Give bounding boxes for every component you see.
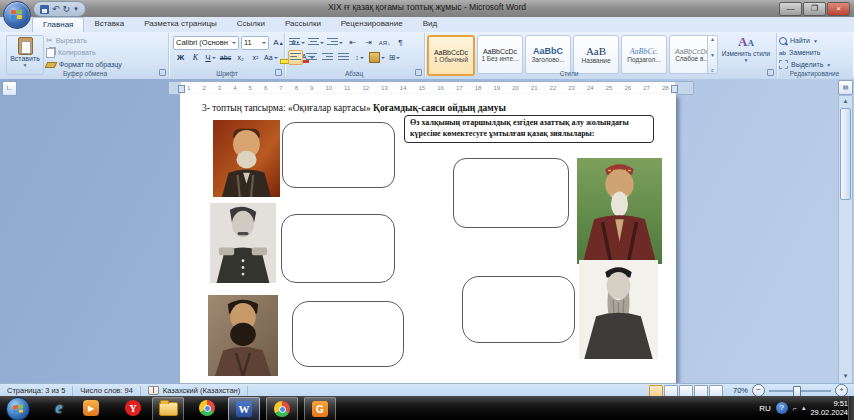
increase-indent-button[interactable]: ⇥ [361, 35, 376, 50]
scroll-up-icon[interactable]: ▲ [839, 95, 852, 108]
find-button[interactable]: Найти ▼ [779, 35, 831, 46]
select-button[interactable]: Выделить ▼ [779, 59, 831, 70]
redo-icon[interactable]: ↻ [63, 4, 71, 14]
paste-dropdown-icon[interactable]: ▼ [23, 62, 28, 68]
print-layout-view-button[interactable] [649, 385, 663, 397]
ruler-toggle-button[interactable]: ▤ [838, 80, 853, 95]
change-styles-button[interactable]: AA Изменить стили ▼ [720, 35, 772, 73]
align-right-button[interactable] [320, 50, 335, 65]
copy-button[interactable]: Копировать [46, 47, 122, 58]
align-left-button[interactable] [288, 50, 303, 65]
answer-shape-3[interactable] [292, 301, 404, 367]
bold-button[interactable]: Ж [173, 50, 188, 65]
show-paragraph-marks-button[interactable]: ¶ [393, 35, 408, 50]
document-page[interactable]: 3- топтың тапсырма: «Оқиғалар картасы» Қ… [180, 94, 676, 383]
style-heading1[interactable]: AaBbC Заголово... [525, 35, 571, 74]
portrait-image-1[interactable] [213, 120, 280, 197]
style-no-spacing[interactable]: AaBbCcDc 1 Без инте... [477, 35, 523, 74]
portrait-image-3[interactable] [208, 295, 278, 376]
page-indicator[interactable]: Страница: 3 из 5 [0, 386, 73, 396]
taskbar-yandex-browser[interactable]: Y [118, 397, 148, 419]
taskbar-media-player[interactable]: ▶ [76, 397, 106, 419]
cut-button[interactable]: ✂ Вырезать [46, 35, 122, 46]
restore-button[interactable]: ❐ [803, 2, 826, 16]
align-center-button[interactable] [304, 50, 319, 65]
taskbar-word-active[interactable]: W [228, 397, 260, 420]
replace-button[interactable]: ab Заменить [779, 47, 831, 58]
borders-button[interactable]: ⊞ [387, 50, 402, 65]
styles-scroll-up-icon[interactable]: ▲ [710, 36, 715, 42]
portrait-image-2[interactable] [210, 203, 276, 283]
portrait-image-5[interactable] [579, 260, 658, 359]
italic-button[interactable]: К [188, 50, 203, 65]
zoom-level[interactable]: 70% [733, 386, 748, 395]
tab-review[interactable]: Рецензирование [331, 17, 413, 32]
draft-view-button[interactable] [709, 385, 723, 397]
tab-stop-selector[interactable]: ∟ [2, 81, 17, 96]
help-tray-icon[interactable]: ? [776, 402, 788, 414]
close-button[interactable]: × [827, 2, 850, 16]
styles-gallery-scrollbar[interactable]: ▲ ▼ ≡ [707, 35, 718, 74]
office-button[interactable] [3, 1, 31, 29]
horizontal-ruler[interactable]: 1234567891011121314151617181920212223242… [168, 81, 694, 95]
callout-textbox[interactable]: Өз халқының отаршылдық езгіден азаттық а… [404, 115, 654, 143]
clipboard-dialog-launcher-icon[interactable] [159, 69, 166, 76]
fullscreen-view-button[interactable] [664, 385, 678, 397]
minimize-button[interactable]: — [779, 2, 802, 16]
scroll-down-icon[interactable]: ▼ [839, 370, 852, 383]
right-indent-marker[interactable] [671, 85, 678, 93]
decrease-indent-button[interactable]: ⇤ [345, 35, 360, 50]
taskbar-g-app[interactable]: G [304, 397, 336, 420]
line-spacing-button[interactable]: ↕ [352, 50, 367, 65]
answer-shape-1[interactable] [282, 122, 395, 188]
show-hidden-icons-chevron[interactable]: ▴ [802, 404, 806, 412]
change-case-button[interactable]: Aa [263, 50, 279, 65]
justify-button[interactable] [336, 50, 351, 65]
numbering-button[interactable] [307, 35, 325, 50]
language-indicator[interactable]: Казахский (Казахстан) [163, 386, 240, 395]
taskbar-chrome-secondary[interactable] [266, 397, 298, 420]
qat-dropdown-icon[interactable]: ▼ [73, 4, 79, 14]
format-painter-button[interactable]: Формат по образцу [46, 59, 122, 70]
strikethrough-button[interactable]: abc [218, 50, 233, 65]
vertical-scrollbar[interactable]: ▤ ▲ ▼ [838, 80, 852, 383]
underline-button[interactable]: Ч [203, 50, 218, 65]
taskbar-file-explorer[interactable] [152, 397, 184, 420]
tab-home[interactable]: Главная [32, 17, 84, 32]
answer-shape-5[interactable] [462, 276, 575, 343]
sort-button[interactable]: АЯ↓ [377, 35, 392, 50]
web-layout-view-button[interactable] [679, 385, 693, 397]
word-count[interactable]: Число слов: 94 [73, 386, 141, 396]
style-subtitle[interactable]: AaBbCc. Подзагол... [621, 35, 667, 74]
tray-app-icon[interactable]: ⌐ [793, 405, 797, 412]
left-indent-marker[interactable] [178, 85, 185, 93]
tab-mailings[interactable]: Рассылки [275, 17, 331, 32]
style-title[interactable]: АаВ Название [573, 35, 619, 74]
keyboard-language[interactable]: RU [759, 404, 771, 413]
multilevel-list-button[interactable] [326, 35, 344, 50]
tab-references[interactable]: Ссылки [227, 17, 275, 32]
answer-shape-2[interactable] [281, 214, 395, 283]
subscript-button[interactable]: x₂ [233, 50, 248, 65]
start-button[interactable] [6, 397, 30, 420]
clock[interactable]: 9:51 29.02.2024 [810, 399, 852, 418]
bullets-button[interactable] [288, 35, 306, 50]
shading-button[interactable] [368, 50, 386, 65]
tab-page-layout[interactable]: Разметка страницы [134, 17, 227, 32]
tab-view[interactable]: Вид [413, 17, 447, 32]
scrollbar-thumb[interactable] [840, 108, 851, 200]
show-desktop-button[interactable] [848, 396, 854, 420]
undo-icon[interactable]: ↶ [52, 4, 60, 14]
styles-dialog-launcher-icon[interactable] [767, 69, 774, 76]
superscript-button[interactable]: x² [248, 50, 263, 65]
paste-button[interactable]: Вставить ▼ [6, 35, 44, 75]
save-icon[interactable] [40, 5, 49, 14]
styles-scroll-down-icon[interactable]: ▼ [710, 52, 715, 58]
portrait-image-4[interactable] [577, 158, 662, 264]
taskbar-chrome[interactable] [192, 397, 222, 419]
proofing-status[interactable]: Казахский (Казахстан) [141, 386, 248, 396]
paragraph-dialog-launcher-icon[interactable] [415, 69, 422, 76]
zoom-slider[interactable] [769, 385, 831, 396]
taskbar-internet-explorer[interactable]: e [44, 397, 74, 419]
scrollbar-track[interactable]: ▲ ▼ [838, 95, 853, 385]
